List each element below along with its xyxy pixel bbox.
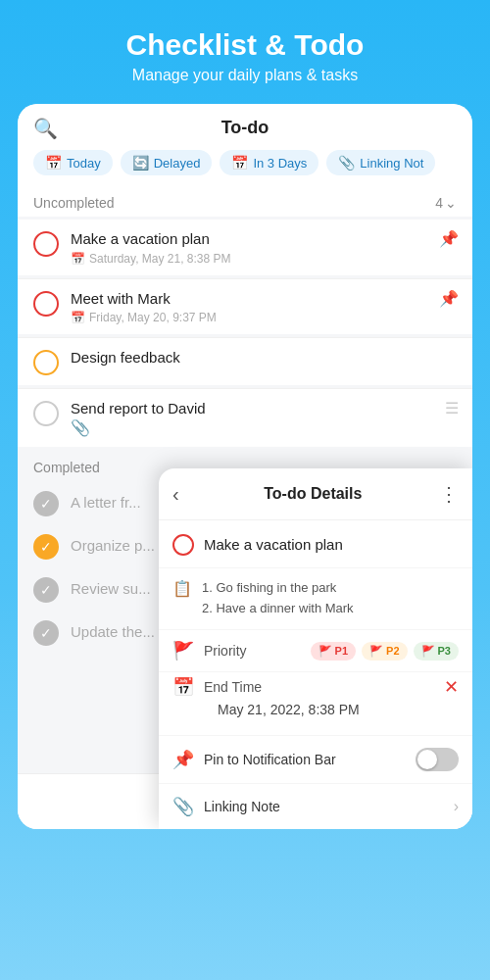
p2-flag: 🚩 — [369, 645, 383, 658]
chevron-right-icon: › — [454, 798, 459, 815]
todo-content-4: Send report to David 📎 — [71, 399, 457, 437]
calendar2-icon: 📅 — [231, 155, 248, 171]
tab-today[interactable]: 📅 Today — [33, 150, 113, 175]
todo-item-3[interactable]: Design feedback — [18, 337, 472, 385]
detail-panel: ‹ To-do Details ⋮ Make a vacation plan 📋… — [159, 468, 472, 829]
completed-text-1: A letter fr... — [71, 494, 141, 511]
end-time-section: 📅 End Time ✕ May 21, 2022, 8:38 PM — [159, 672, 472, 736]
completed-checkbox-3[interactable]: ✓ — [33, 577, 59, 603]
pin-toggle[interactable] — [416, 748, 459, 771]
more-options-button[interactable]: ⋮ — [439, 482, 459, 506]
badge-p2[interactable]: 🚩 P2 — [362, 642, 407, 661]
tab-linking-label: Linking Not — [360, 156, 423, 171]
pin-notification-icon: 📌 — [172, 749, 194, 770]
todo-header: 🔍 To-do 📅 Today 🔄 Delayed 📅 In 3 Days 📎 … — [18, 104, 472, 185]
linking-row[interactable]: 📎 Linking Note › — [159, 784, 472, 829]
main-card: 🔍 To-do 📅 Today 🔄 Delayed 📅 In 3 Days 📎 … — [18, 104, 472, 829]
priority-label: Priority — [204, 643, 301, 659]
pin-notification-label: Pin to Notification Bar — [204, 752, 406, 767]
pin-row: 📌 Pin to Notification Bar — [159, 736, 472, 784]
link-icon: 📎 — [338, 155, 355, 171]
tab-delayed-label: Delayed — [154, 156, 201, 171]
tab-in3days[interactable]: 📅 In 3 Days — [220, 150, 318, 175]
end-time-clear-button[interactable]: ✕ — [444, 676, 459, 698]
completed-checkbox-4[interactable]: ✓ — [33, 620, 59, 646]
uncompleted-title: Uncompleted — [33, 195, 115, 211]
completed-checkbox-2[interactable]: ✓ — [33, 534, 59, 560]
toggle-knob — [417, 750, 437, 769]
tab-today-label: Today — [67, 156, 101, 171]
todo-text-2: Meet with Mark — [71, 289, 457, 309]
todo-content-3: Design feedback — [71, 348, 457, 368]
todo-item-1[interactable]: Make a vacation plan 📅 Saturday, May 21,… — [18, 220, 472, 275]
todo-item-4[interactable]: Send report to David 📎 ☰ — [18, 388, 472, 447]
uncompleted-count: 4 ⌄ — [435, 195, 457, 211]
completed-text-3: Review su... — [71, 580, 151, 597]
todo-date-2: 📅 Friday, May 20, 9:37 PM — [71, 311, 457, 324]
completed-title: Completed — [33, 460, 100, 475]
todo-checkbox-3[interactable] — [33, 350, 59, 375]
pin-icon-2: 📌 — [439, 289, 459, 308]
delayed-icon: 🔄 — [132, 155, 149, 171]
pin-icon-1: 📌 — [439, 229, 459, 248]
todo-content-2: Meet with Mark 📅 Friday, May 20, 9:37 PM — [71, 289, 457, 325]
notes-icon: 📋 — [172, 579, 192, 598]
todo-checkbox-2[interactable] — [33, 291, 59, 317]
todo-date-1: 📅 Saturday, May 21, 8:38 PM — [71, 252, 457, 266]
todo-top-row: 🔍 To-do — [33, 118, 457, 138]
p3-flag: 🚩 — [421, 645, 435, 658]
detail-todo-name: Make a vacation plan — [204, 536, 343, 553]
badge-p3[interactable]: 🚩 P3 — [414, 642, 459, 661]
uncompleted-section-header: Uncompleted 4 ⌄ — [18, 185, 472, 217]
end-time-icon: 📅 — [172, 676, 194, 698]
todo-screen-title: To-do — [221, 118, 270, 138]
todo-content-1: Make a vacation plan 📅 Saturday, May 21,… — [71, 229, 457, 266]
tab-in3days-label: In 3 Days — [253, 156, 307, 171]
badge-p1[interactable]: 🚩 P1 — [311, 642, 356, 661]
notes-section: 📋 1. Go fishing in the park 2. Have a di… — [159, 568, 472, 630]
p1-flag: 🚩 — [318, 645, 332, 658]
todo-checkbox-1[interactable] — [33, 231, 59, 257]
detail-header: ‹ To-do Details ⋮ — [159, 468, 472, 520]
tab-delayed[interactable]: 🔄 Delayed — [121, 150, 213, 175]
linking-label: Linking Note — [204, 799, 444, 814]
priority-badges: 🚩 P1 🚩 P2 🚩 P3 — [311, 642, 459, 661]
todo-text-1: Make a vacation plan — [71, 229, 457, 249]
todo-text-4: Send report to David — [71, 399, 457, 418]
sort-icon-4: ☰ — [445, 399, 459, 417]
todo-checkbox-4[interactable] — [33, 401, 59, 426]
completed-checkbox-1[interactable]: ✓ — [33, 491, 59, 516]
calendar-icon: 📅 — [45, 155, 62, 171]
todo-item-2[interactable]: Meet with Mark 📅 Friday, May 20, 9:37 PM… — [18, 278, 472, 335]
linking-icon: 📎 — [172, 796, 194, 817]
note-line-1: 1. Go fishing in the park — [202, 578, 354, 599]
filter-tabs: 📅 Today 🔄 Delayed 📅 In 3 Days 📎 Linking … — [33, 150, 457, 185]
back-button[interactable]: ‹ — [172, 483, 179, 506]
end-time-value: May 21, 2022, 8:38 PM — [172, 698, 459, 725]
app-header: Checklist & Todo Manage your daily plans… — [0, 0, 490, 104]
priority-icon: 🚩 — [172, 640, 194, 662]
todo-text-3: Design feedback — [71, 348, 457, 368]
completed-text-2: Organize p... — [71, 537, 155, 554]
priority-row: 🚩 Priority 🚩 P1 🚩 P2 🚩 P3 — [159, 630, 472, 672]
end-time-label: End Time — [204, 679, 434, 695]
notes-list: 1. Go fishing in the park 2. Have a dinn… — [202, 578, 354, 619]
detail-panel-title: To-do Details — [187, 485, 439, 503]
app-subtitle: Manage your daily plans & tasks — [20, 67, 470, 84]
completed-text-4: Update the... — [71, 623, 155, 640]
detail-todo-row: Make a vacation plan — [159, 520, 472, 568]
note-line-2: 2. Have a dinner with Mark — [202, 599, 354, 619]
tab-linking[interactable]: 📎 Linking Not — [326, 150, 435, 175]
app-title: Checklist & Todo — [20, 27, 470, 63]
detail-todo-checkbox[interactable] — [172, 534, 194, 556]
attachment-icon: 📎 — [71, 419, 90, 436]
search-icon[interactable]: 🔍 — [33, 117, 58, 140]
